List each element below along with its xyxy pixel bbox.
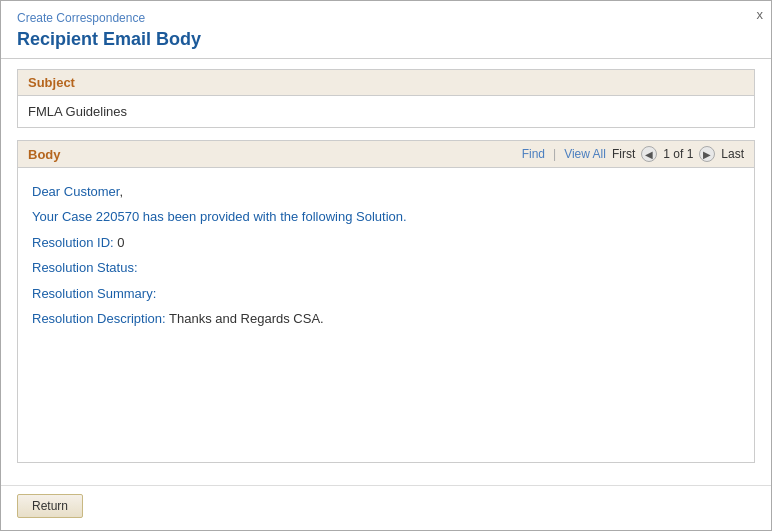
last-label: Last [721,147,744,161]
dialog: x Create Correspondence Recipient Email … [0,0,772,531]
body-line-6: Resolution Description: Thanks and Regar… [32,307,740,330]
dialog-body: Subject FMLA Guidelines Body Find | View… [1,59,771,485]
page-title: Recipient Email Body [17,29,755,50]
dialog-header: Create Correspondence Recipient Email Bo… [1,1,771,59]
body-line-3: Resolution ID: 0 [32,231,740,254]
view-all-link[interactable]: View All [564,147,606,161]
case-text: Your Case 220570 has been provided with … [32,209,407,224]
resolution-summary-label: Resolution Summary: [32,286,156,301]
resolution-id-value: 0 [114,235,125,250]
body-line-4: Resolution Status: [32,256,740,279]
subject-value: FMLA Guidelines [18,96,754,127]
subject-header: Subject [18,70,754,96]
body-section: Body Find | View All First ◀ 1 of 1 ▶ La… [17,140,755,463]
return-button[interactable]: Return [17,494,83,518]
resolution-status-label: Resolution Status: [32,260,138,275]
pagination-label: 1 of 1 [663,147,693,161]
dialog-footer: Return [1,485,771,530]
dear-customer-comma: , [119,184,123,199]
prev-page-button[interactable]: ◀ [641,146,657,162]
body-line-1: Dear Customer, [32,180,740,203]
body-line-2: Your Case 220570 has been provided with … [32,205,740,228]
next-page-button[interactable]: ▶ [699,146,715,162]
body-nav: Find | View All First ◀ 1 of 1 ▶ Last [522,146,744,162]
body-content: Dear Customer, Your Case 220570 has been… [18,168,754,462]
breadcrumb: Create Correspondence [17,11,755,25]
subject-section: Subject FMLA Guidelines [17,69,755,128]
first-label: First [612,147,635,161]
body-header-label: Body [28,147,61,162]
body-line-5: Resolution Summary: [32,282,740,305]
body-header: Body Find | View All First ◀ 1 of 1 ▶ La… [18,141,754,168]
resolution-desc-value: Thanks and Regards CSA. [166,311,324,326]
separator-1: | [553,147,556,161]
close-icon[interactable]: x [757,7,764,22]
dear-customer-label: Dear Customer [32,184,119,199]
find-link[interactable]: Find [522,147,545,161]
resolution-id-label: Resolution ID: [32,235,114,250]
resolution-desc-label: Resolution Description: [32,311,166,326]
